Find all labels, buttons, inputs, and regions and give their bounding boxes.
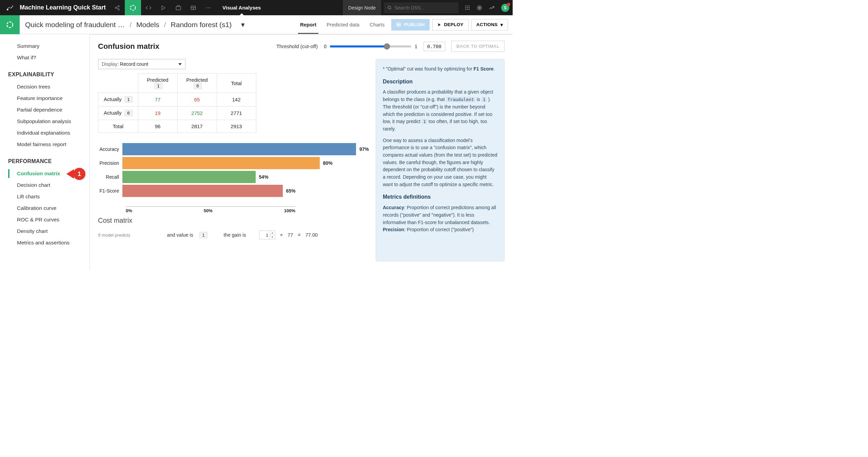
row-total: Total (98, 120, 138, 133)
cost-matrix-title: Cost matrix (98, 217, 369, 224)
bar-pct: 54% (259, 174, 269, 180)
sidenav-subpopulation[interactable]: Subpopulation analysis (0, 116, 90, 127)
svg-marker-33 (438, 23, 440, 26)
crumb-models[interactable]: Models (136, 21, 159, 29)
svg-point-1 (118, 5, 119, 7)
sidenav-individual-explanations[interactable]: Individual explanations (0, 127, 90, 139)
cm-cell: 2752 (177, 106, 217, 120)
help-icon[interactable]: ? (473, 0, 486, 15)
code-icon[interactable] (141, 0, 156, 15)
actions-button[interactable]: ACTIONS ▾ (471, 19, 508, 31)
trend-icon[interactable] (486, 0, 498, 15)
sidenav-section-explainability: EXPLAINABILITY (0, 63, 90, 81)
sidenav-model-fairness[interactable]: Model fairness report (0, 139, 90, 150)
deploy-button[interactable]: DEPLOY (432, 19, 469, 31)
breadcrumb: Quick modeling of fraudulent … / Models … (20, 21, 245, 29)
display-value: Record count (120, 61, 148, 67)
sidenav-partial-dependence[interactable]: Partial dependence (0, 104, 90, 116)
cm-cell: 77 (138, 93, 177, 106)
sidenav-lift-charts[interactable]: Lift charts (0, 191, 90, 202)
bar-pct: 80% (323, 160, 333, 166)
sidenav-section-performance: PERFORMANCE (0, 150, 90, 168)
col-total: Total (217, 74, 256, 93)
threshold-value[interactable]: 0.700 (423, 42, 445, 51)
svg-rect-31 (397, 25, 398, 26)
bar-label: F1-Score (98, 188, 122, 194)
sidenav-decision-trees[interactable]: Decision trees (0, 81, 90, 93)
sidenav-confusion-matrix[interactable]: Confusion matrix (0, 168, 90, 179)
sidenav-feature-importance[interactable]: Feature importance (0, 93, 90, 104)
svg-point-13 (208, 7, 209, 8)
search-input[interactable] (394, 5, 455, 11)
display-select[interactable]: Display: Record count (98, 59, 185, 69)
svg-point-21 (467, 7, 468, 8)
cm-cell: 142 (217, 93, 256, 106)
search-box[interactable] (384, 2, 458, 13)
cm-cell: 96 (138, 120, 177, 133)
col-predicted-1: Predicted1 (138, 74, 177, 93)
svg-line-16 (390, 8, 391, 9)
svg-point-24 (467, 9, 468, 10)
row-actually-0: Actually 0 (98, 106, 138, 120)
back-to-optimal-button[interactable]: BACK TO OPTIMAL (451, 41, 505, 52)
more-icon[interactable] (201, 0, 216, 15)
bar-fill (122, 143, 356, 155)
cm-cell: 2913 (217, 120, 256, 133)
cm-cell: 2817 (177, 120, 217, 133)
svg-point-25 (469, 9, 470, 10)
svg-point-6 (131, 5, 136, 10)
project-title: Machine Learning Quick Start (20, 4, 110, 11)
share-icon[interactable] (110, 0, 125, 15)
svg-point-18 (467, 5, 468, 6)
subnav-report[interactable]: Report (300, 16, 316, 34)
info-panel: * "Optimal" cut was found by optimizing … (376, 59, 505, 261)
crumb-model[interactable]: Random forest (s1) (171, 21, 232, 29)
publish-button[interactable]: PUBLISH (391, 19, 429, 31)
svg-rect-30 (399, 23, 400, 25)
play-icon (437, 23, 441, 27)
spinner-down-icon[interactable]: ▼ (270, 235, 275, 239)
analysis-icon[interactable] (0, 15, 20, 34)
svg-point-12 (206, 7, 207, 8)
apps-icon[interactable] (461, 0, 473, 15)
design-node-chip[interactable]: Design Node (343, 0, 381, 15)
chevron-down-icon[interactable]: ▾ (241, 21, 245, 29)
svg-point-14 (210, 7, 210, 8)
svg-point-22 (469, 7, 470, 8)
col-predicted-0: Predicted0 (177, 74, 217, 93)
tab-visual-analyses[interactable]: Visual Analyses (216, 0, 268, 15)
svg-rect-8 (176, 6, 181, 10)
sidenav-summary[interactable]: Summary (0, 40, 90, 52)
flow-icon[interactable] (125, 0, 141, 15)
briefcase-icon[interactable] (171, 0, 186, 15)
svg-rect-32 (399, 25, 400, 26)
svg-text:?: ? (478, 6, 480, 9)
dashboard-icon[interactable] (186, 0, 201, 15)
bar-pct: 97% (359, 146, 369, 152)
sidenav-calibration-curve[interactable]: Calibration curve (0, 202, 90, 214)
sidenav-decision-chart[interactable]: Decision chart (0, 179, 90, 191)
spinner-up-icon[interactable]: ▲ (270, 231, 275, 235)
threshold-label: Threshold (cut-off) (276, 43, 318, 49)
svg-point-3 (118, 8, 119, 10)
bar-label: Accuracy (98, 146, 122, 152)
sidenav-density-chart[interactable]: Density chart (0, 225, 90, 237)
sidenav-what-if[interactable]: What if? (0, 52, 90, 63)
threshold-max: 1 (415, 44, 417, 49)
gain-input[interactable]: 1▲▼ (259, 231, 275, 239)
info-description-h: Description (383, 78, 497, 86)
avatar[interactable]: S (501, 4, 509, 12)
sidenav-metrics-assertions[interactable]: Metrics and assertions (0, 237, 90, 249)
sidenav-roc-pr[interactable]: ROC & PR curves (0, 214, 90, 225)
subnav-predicted-data[interactable]: Predicted data (327, 16, 359, 34)
app-logo[interactable] (0, 0, 20, 15)
subnav-charts[interactable]: Charts (370, 16, 384, 34)
cm-cell: 2771 (217, 106, 256, 120)
row-actually-1: Actually 1 (98, 93, 138, 106)
threshold-slider[interactable] (330, 45, 411, 47)
play-icon[interactable] (156, 0, 171, 15)
info-metrics-h: Metrics definitions (383, 193, 497, 201)
bar-label: Recall (98, 174, 122, 180)
crumb-analysis[interactable]: Quick modeling of fraudulent … (25, 21, 125, 29)
slider-thumb[interactable] (384, 43, 390, 49)
